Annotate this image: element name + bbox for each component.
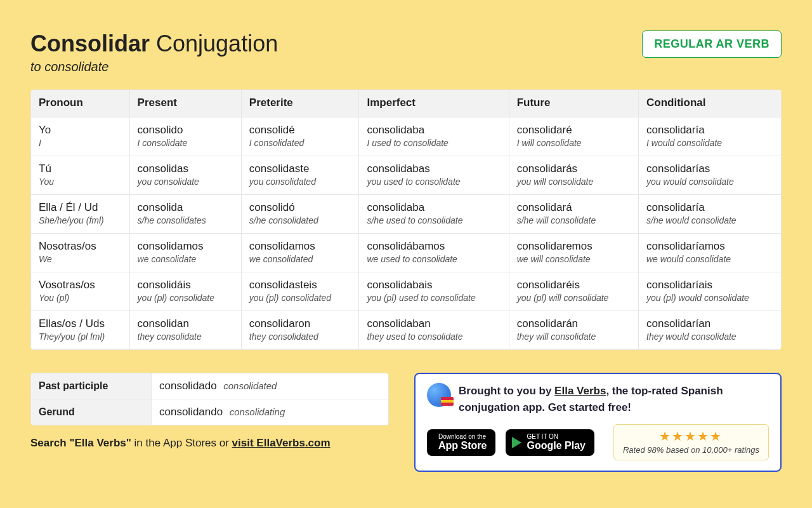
- conjugation-cell: consolidaríaisyou (pl) would consolidate: [639, 272, 782, 311]
- past-participle-label: Past participle: [31, 373, 152, 399]
- conjugation-cell: consolidarás/he will consolidate: [509, 195, 638, 234]
- conjugation-cell: consolidábamoswe used to consolidate: [359, 234, 509, 272]
- app-icon: [427, 383, 451, 407]
- search-line: Search "Ella Verbs" in the App Stores or…: [30, 437, 389, 450]
- promo-text: Brought to you by Ella Verbs, the top-ra…: [459, 383, 769, 415]
- ella-verbs-link[interactable]: Ella Verbs: [554, 385, 606, 397]
- pronoun-cell: TúYou: [31, 156, 130, 195]
- conjugation-cell: consolidaríamoswe would consolidate: [639, 234, 782, 272]
- conjugation-cell: consolidaréI will consolidate: [509, 117, 638, 156]
- conjugation-cell: consolidaránthey will consolidate: [509, 311, 638, 350]
- conjugation-cell: consolidéI consolidated: [241, 117, 359, 156]
- conjugation-cell: consolidamoswe consolidated: [241, 234, 359, 272]
- pronoun-cell: Ellas/os / UdsThey/you (pl fml): [31, 311, 130, 350]
- conjugation-table: PronounPresentPreteriteImperfectFutureCo…: [30, 90, 782, 350]
- page-title: Consolidar Conjugation: [30, 30, 278, 57]
- col-header: Preterite: [241, 90, 359, 117]
- conjugation-cell: consolidabaisyou (pl) used to consolidat…: [359, 272, 509, 311]
- col-header: Conditional: [639, 90, 782, 117]
- conjugation-cell: consolidaronthey consolidated: [241, 311, 359, 350]
- gerund-value: consolidando consolidating: [152, 399, 389, 425]
- conjugation-cell: consolidasteisyou (pl) consolidated: [241, 272, 359, 311]
- table-row: TúYouconsolidasyou consolidateconsolidas…: [31, 156, 782, 195]
- rating-box: ★★★★★ Rated 98% based on 10,000+ ratings: [613, 424, 769, 460]
- table-row: Nosotras/osWeconsolidamoswe consolidatec…: [31, 234, 782, 272]
- col-header: Future: [509, 90, 638, 117]
- conjugation-cell: consolidasyou consolidate: [129, 156, 241, 195]
- conjugation-cell: consolidaréisyou (pl) will consolidate: [509, 272, 638, 311]
- pronoun-cell: YoI: [31, 117, 130, 156]
- participle-table: Past participle consolidado consolidated…: [30, 373, 389, 425]
- conjugation-cell: consolidabaI used to consolidate: [359, 117, 509, 156]
- conjugation-cell: consolidaremoswe will consolidate: [509, 234, 638, 272]
- pronoun-cell: Nosotras/osWe: [31, 234, 130, 272]
- conjugation-cell: consolidabanthey used to consolidate: [359, 311, 509, 350]
- verb-type-badge: REGULAR AR VERB: [642, 30, 782, 58]
- conjugation-cell: consolidarásyou will consolidate: [509, 156, 638, 195]
- col-header: Present: [129, 90, 241, 117]
- stars-icon: ★★★★★: [623, 429, 759, 444]
- conjugation-cell: consolidarías/he would consolidate: [639, 195, 782, 234]
- conjugation-cell: consolidoI consolidate: [129, 117, 241, 156]
- col-header: Imperfect: [359, 90, 509, 117]
- conjugation-cell: consolidabas/he used to consolidate: [359, 195, 509, 234]
- visit-link[interactable]: visit EllaVerbs.com: [232, 437, 331, 449]
- pronoun-cell: Ella / Él / UdShe/he/you (fml): [31, 195, 130, 234]
- conjugation-cell: consolidas/he consolidates: [129, 195, 241, 234]
- conjugation-cell: consolidamoswe consolidate: [129, 234, 241, 272]
- promo-card: Brought to you by Ella Verbs, the top-ra…: [414, 373, 782, 472]
- conjugation-cell: consolidaríasyou would consolidate: [639, 156, 782, 195]
- gerund-label: Gerund: [31, 399, 152, 425]
- conjugation-cell: consolidaríaI would consolidate: [639, 117, 782, 156]
- pronoun-cell: Vosotras/osYou (pl): [31, 272, 130, 311]
- verb-name: Consolidar: [30, 30, 150, 57]
- google-play-button[interactable]: GET IT ON Google Play: [506, 429, 594, 456]
- conjugation-cell: consolidaríanthey would consolidate: [639, 311, 782, 350]
- conjugation-cell: consolidanthey consolidate: [129, 311, 241, 350]
- conjugation-cell: consolidáisyou (pl) consolidate: [129, 272, 241, 311]
- col-header: Pronoun: [31, 90, 130, 117]
- play-icon: [512, 437, 521, 448]
- table-row: YoIconsolidoI consolidateconsolidéI cons…: [31, 117, 782, 156]
- conjugation-cell: consolidós/he consolidated: [241, 195, 359, 234]
- conjugation-cell: consolidabasyou used to consolidate: [359, 156, 509, 195]
- past-participle-value: consolidado consolidated: [152, 373, 389, 399]
- table-row: Ella / Él / UdShe/he/you (fml)consolidas…: [31, 195, 782, 234]
- title-suffix: Conjugation: [156, 30, 278, 57]
- table-row: Vosotras/osYou (pl)consolidáisyou (pl) c…: [31, 272, 782, 311]
- rating-text: Rated 98% based on 10,000+ ratings: [623, 445, 759, 455]
- app-store-button[interactable]: Download on the App Store: [427, 429, 495, 456]
- verb-translation: to consolidate: [30, 60, 278, 74]
- conjugation-cell: consolidasteyou consolidated: [241, 156, 359, 195]
- table-row: Ellas/os / UdsThey/you (pl fml)consolida…: [31, 311, 782, 350]
